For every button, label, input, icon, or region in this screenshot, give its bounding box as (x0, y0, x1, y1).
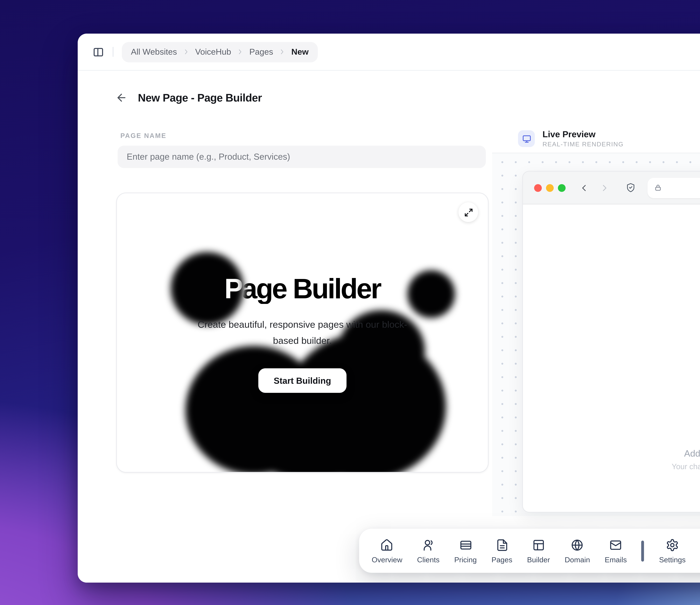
top-bar: All Websites VoiceHub Pages New What's N… (78, 33, 700, 71)
minimize-traffic-light (546, 184, 554, 192)
preview-title: Live Preview (543, 129, 624, 139)
bottom-dock: Overview Clients Pricing (359, 529, 700, 573)
breadcrumb-new: New (291, 47, 308, 57)
browser-viewport: Add blocks to start building Your change… (523, 204, 700, 513)
url-text: voicehub.localhost (661, 183, 700, 193)
dock-label-builder: Builder (527, 555, 550, 563)
dock-label-pages: Pages (492, 555, 512, 563)
settings-icon (666, 538, 679, 552)
chevron-right-icon (182, 48, 190, 55)
page-name-label: PAGE NAME (120, 131, 167, 139)
dock-item-builder[interactable]: Builder (527, 538, 550, 563)
dock-label-settings: Settings (659, 555, 686, 563)
page-title: New Page - Page Builder (138, 92, 262, 104)
sidebar-toggle-button[interactable] (89, 43, 107, 61)
page-name-input[interactable] (118, 146, 486, 168)
close-traffic-light (534, 184, 542, 192)
breadcrumb-voicehub[interactable]: VoiceHub (195, 47, 231, 57)
globe-icon (571, 538, 584, 552)
page-header: New Page - Page Builder Live Preview Sav… (78, 71, 700, 125)
file-text-icon (495, 538, 509, 552)
mail-icon (609, 538, 622, 552)
topbar-divider (113, 47, 114, 57)
breadcrumb-pages[interactable]: Pages (249, 47, 273, 57)
monitor-icon (522, 134, 531, 143)
preview-header: Live Preview REAL-TIME RENDERING Desktop (492, 125, 700, 153)
browser-back-icon[interactable] (580, 183, 589, 192)
url-bar[interactable]: voicehub.localhost (648, 177, 700, 198)
promo-heading: Page Builder (117, 273, 488, 305)
dock-item-clients[interactable]: Clients (417, 538, 440, 563)
window-body: New Page - Page Builder Live Preview Sav… (78, 71, 700, 583)
page-builder-promo-card: Page Builder Create beautiful, responsiv… (116, 193, 489, 473)
arrow-left-icon (115, 92, 127, 104)
shield-check-icon (626, 183, 635, 193)
dock-label-pricing: Pricing (454, 555, 477, 563)
empty-state-subtitle: Your changes will appear here instantly (672, 462, 700, 470)
back-button[interactable] (112, 89, 130, 107)
chevron-right-icon (237, 48, 244, 55)
credit-card-icon (459, 538, 472, 552)
maximize-traffic-light (558, 184, 566, 192)
preview-pane: Live Preview REAL-TIME RENDERING Desktop (492, 125, 700, 583)
dock-item-pages[interactable]: Pages (492, 538, 512, 563)
monitor-chip (518, 130, 535, 147)
empty-state: Add blocks to start building Your change… (523, 403, 700, 470)
dock-label-domain: Domain (565, 555, 590, 563)
home-icon (380, 538, 394, 552)
dock-item-settings[interactable]: Settings (659, 538, 686, 563)
browser-forward-icon[interactable] (600, 183, 609, 192)
editor-pane: PAGE NAME Page Builder Create beautiful,… (78, 125, 492, 583)
desktop-background: All Websites VoiceHub Pages New What's N… (0, 0, 700, 605)
users-icon (422, 538, 435, 552)
browser-mockup: voicehub.localhost (522, 171, 700, 513)
layout-panel-icon (532, 538, 545, 552)
lock-icon (654, 184, 661, 191)
dock-label-clients: Clients (417, 555, 440, 563)
breadcrumb-all-websites[interactable]: All Websites (131, 47, 177, 57)
preview-canvas: voicehub.localhost (492, 153, 700, 516)
app-window: All Websites VoiceHub Pages New What's N… (78, 33, 700, 583)
chevron-right-icon (279, 48, 286, 55)
panel-left-icon (92, 46, 104, 58)
dock-item-emails[interactable]: Emails (605, 538, 627, 563)
promo-subtitle: Create beautiful, responsive pages with … (192, 316, 413, 349)
dock-label-emails: Emails (605, 555, 627, 563)
expand-icon (464, 208, 473, 217)
start-building-button[interactable]: Start Building (258, 368, 347, 393)
empty-state-title: Add blocks to start building (684, 448, 700, 459)
browser-chrome: voicehub.localhost (523, 172, 700, 204)
breadcrumb: All Websites VoiceHub Pages New (122, 42, 318, 62)
dock-label-overview: Overview (372, 555, 402, 563)
preview-subtitle: REAL-TIME RENDERING (543, 141, 624, 148)
expand-card-button[interactable] (458, 202, 478, 222)
dock-divider (642, 540, 644, 561)
dock-item-pricing[interactable]: Pricing (454, 538, 477, 563)
dock-item-domain[interactable]: Domain (565, 538, 590, 563)
traffic-lights (534, 184, 566, 192)
dock-item-overview[interactable]: Overview (372, 538, 402, 563)
